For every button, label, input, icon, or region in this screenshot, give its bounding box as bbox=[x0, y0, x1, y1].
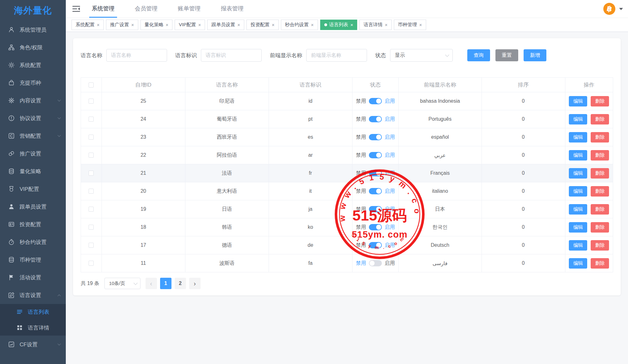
row-checkbox[interactable] bbox=[89, 207, 94, 212]
tag-chip[interactable]: 语言详情× bbox=[359, 20, 392, 30]
edit-button[interactable]: 编辑 bbox=[569, 96, 587, 106]
delete-button[interactable]: 删除 bbox=[591, 186, 609, 197]
delete-button[interactable]: 删除 bbox=[591, 114, 609, 124]
tag-chip[interactable]: 量化策略× bbox=[140, 20, 173, 30]
sidebar-item[interactable]: 秒合约设置 bbox=[0, 233, 66, 251]
sidebar-item[interactable]: 推广设置 bbox=[0, 145, 66, 162]
prev-page-button[interactable]: ‹ bbox=[146, 278, 157, 289]
sidebar-item[interactable]: 充提币种 bbox=[0, 74, 66, 92]
status-toggle[interactable] bbox=[369, 116, 382, 122]
delete-button[interactable]: 删除 bbox=[591, 132, 609, 143]
delete-button[interactable]: 删除 bbox=[591, 240, 609, 251]
row-checkbox[interactable] bbox=[89, 261, 94, 266]
delete-button[interactable]: 删除 bbox=[591, 168, 609, 179]
sidebar-item[interactable]: 语言设置 bbox=[0, 286, 66, 304]
close-icon[interactable]: × bbox=[351, 22, 353, 27]
edit-button[interactable]: 编辑 bbox=[569, 114, 587, 124]
status-toggle[interactable] bbox=[369, 98, 382, 104]
select-all-checkbox[interactable] bbox=[89, 82, 94, 88]
row-checkbox[interactable] bbox=[89, 171, 94, 176]
close-icon[interactable]: × bbox=[166, 22, 169, 27]
display-filter-input[interactable] bbox=[306, 49, 367, 62]
edit-button[interactable]: 编辑 bbox=[569, 240, 587, 251]
tag-chip[interactable]: 币种管理× bbox=[394, 20, 426, 30]
edit-button[interactable]: 编辑 bbox=[569, 132, 587, 143]
sidebar-item[interactable]: 协议设置 bbox=[0, 109, 66, 127]
name-filter-input[interactable] bbox=[106, 49, 167, 62]
reset-button[interactable]: 重置 bbox=[495, 49, 518, 61]
sidebar-item[interactable]: 投资配置 bbox=[0, 215, 66, 233]
status-toggle[interactable] bbox=[369, 206, 382, 212]
close-icon[interactable]: × bbox=[97, 22, 100, 27]
caret-down-icon[interactable] bbox=[619, 8, 623, 10]
delete-button[interactable]: 删除 bbox=[591, 204, 609, 215]
row-checkbox[interactable] bbox=[89, 243, 94, 248]
sidebar-item[interactable]: VIP配置 bbox=[0, 180, 66, 198]
delete-button[interactable]: 删除 bbox=[591, 96, 609, 106]
sidebar-item[interactable]: 营销配置 bbox=[0, 127, 66, 145]
top-tab[interactable]: 系统管理 bbox=[89, 0, 117, 18]
sidebar-item[interactable]: 角色/权限 bbox=[0, 39, 66, 56]
page-button[interactable]: 1 bbox=[160, 278, 171, 289]
tag-chip[interactable]: VIP配置× bbox=[175, 20, 205, 30]
status-toggle[interactable] bbox=[369, 188, 382, 194]
status-toggle[interactable] bbox=[369, 224, 382, 230]
close-icon[interactable]: × bbox=[131, 22, 134, 27]
tag-chip[interactable]: 推广设置× bbox=[106, 20, 138, 30]
tag-chip[interactable]: 跟单员设置× bbox=[207, 20, 244, 30]
sidebar-item[interactable]: 系统管理员 bbox=[0, 21, 66, 39]
next-page-button[interactable]: › bbox=[189, 278, 201, 289]
sidebar-item[interactable]: 量化策略 bbox=[0, 162, 66, 180]
sidebar-item[interactable]: 内容设置 bbox=[0, 92, 66, 109]
tag-chip[interactable]: 投资配置× bbox=[246, 20, 279, 30]
sidebar-item[interactable]: 活动设置 bbox=[0, 269, 66, 286]
sidebar-item[interactable]: 币种管理 bbox=[0, 251, 66, 269]
sidebar-item[interactable]: 跟单员设置 bbox=[0, 198, 66, 215]
delete-button[interactable]: 删除 bbox=[591, 150, 609, 161]
status-toggle[interactable] bbox=[369, 134, 382, 140]
add-button[interactable]: 新增 bbox=[524, 49, 546, 61]
edit-button[interactable]: 编辑 bbox=[569, 258, 587, 269]
page-button[interactable]: 2 bbox=[175, 278, 186, 289]
tag-chip[interactable]: 系统配置× bbox=[72, 20, 104, 30]
row-checkbox[interactable] bbox=[89, 135, 94, 140]
status-toggle[interactable] bbox=[369, 260, 382, 266]
top-tab[interactable]: 账单管理 bbox=[175, 0, 203, 18]
edit-button[interactable]: 编辑 bbox=[569, 186, 587, 197]
status-toggle[interactable] bbox=[369, 242, 382, 248]
code-filter-input[interactable] bbox=[201, 49, 262, 62]
page-size-select[interactable]: 10条/页 bbox=[104, 278, 140, 289]
search-button[interactable]: 查询 bbox=[467, 49, 490, 61]
tag-chip[interactable]: 秒合约设置× bbox=[281, 20, 318, 30]
sidebar-subitem[interactable]: 语言列表 bbox=[0, 304, 66, 320]
status-toggle[interactable] bbox=[369, 170, 382, 176]
sidebar-item[interactable]: 系统配置 bbox=[0, 56, 66, 74]
row-checkbox[interactable] bbox=[89, 225, 94, 230]
close-icon[interactable]: × bbox=[198, 22, 201, 27]
row-checkbox[interactable] bbox=[89, 189, 94, 194]
row-checkbox[interactable] bbox=[89, 99, 94, 104]
edit-button[interactable]: 编辑 bbox=[569, 150, 587, 161]
delete-button[interactable]: 删除 bbox=[591, 258, 609, 269]
edit-button[interactable]: 编辑 bbox=[569, 204, 587, 215]
row-checkbox[interactable] bbox=[89, 153, 94, 158]
status-select[interactable]: 显示 bbox=[390, 49, 453, 62]
hamburger-icon[interactable] bbox=[72, 5, 80, 13]
bitcoin-avatar[interactable]: ฿ bbox=[603, 3, 615, 15]
tag-chip[interactable]: 语言列表× bbox=[320, 20, 358, 30]
close-icon[interactable]: × bbox=[311, 22, 314, 27]
edit-button[interactable]: 编辑 bbox=[569, 222, 587, 233]
sidebar-subitem[interactable]: 语言详情 bbox=[0, 320, 66, 336]
chevron-down-icon bbox=[134, 281, 138, 285]
close-icon[interactable]: × bbox=[419, 22, 422, 27]
close-icon[interactable]: × bbox=[385, 22, 388, 27]
close-icon[interactable]: × bbox=[272, 22, 275, 27]
edit-button[interactable]: 编辑 bbox=[569, 168, 587, 179]
status-toggle[interactable] bbox=[369, 152, 382, 158]
delete-button[interactable]: 删除 bbox=[591, 222, 609, 233]
top-tab[interactable]: 报表管理 bbox=[218, 0, 246, 18]
top-tab[interactable]: 会员管理 bbox=[132, 0, 160, 18]
sidebar-item[interactable]: CF设置 bbox=[0, 336, 66, 353]
close-icon[interactable]: × bbox=[237, 22, 240, 27]
row-checkbox[interactable] bbox=[89, 117, 94, 122]
